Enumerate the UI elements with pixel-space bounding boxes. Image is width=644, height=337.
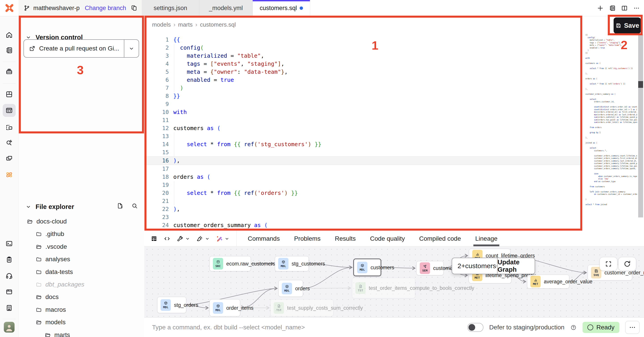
code-line-15[interactable]: 15 — [144, 148, 580, 156]
search-icon[interactable] — [131, 202, 138, 209]
terminal-icon[interactable] — [3, 237, 16, 250]
tree-item-.vscode[interactable]: .vscode — [18, 241, 144, 253]
panel-tab-code-quality[interactable]: Code quality — [370, 231, 405, 246]
lineage-node-tst1[interactable]: TSTtest_order_items_compute_to_bools_cor… — [352, 278, 415, 298]
code-area[interactable]: 1{{2 config(3 materialized = "table",4 t… — [144, 36, 580, 229]
tree-item-data-tests[interactable]: data-tests — [18, 266, 144, 278]
code-line-23[interactable]: 23 — [144, 213, 580, 221]
tree-item-marts[interactable]: marts — [18, 329, 144, 337]
tab-customers.sql[interactable]: customers.sql — [253, 0, 310, 16]
insights-icon[interactable] — [3, 136, 16, 149]
lineage-graph[interactable]: SRCecom.raw_customersMDLstg_customersMDL… — [144, 247, 644, 318]
command-input[interactable] — [152, 324, 467, 331]
code-line-14[interactable]: 14 select * from {{ ref('stg_customers')… — [144, 140, 580, 148]
tree-item-.github[interactable]: .github — [18, 228, 144, 240]
select-area-icon[interactable] — [3, 121, 16, 134]
create-pr-button-main[interactable]: Create a pull request on Gi... — [24, 40, 124, 57]
split-view-icon[interactable] — [621, 5, 628, 12]
breadcrumb-item[interactable]: customers.sql — [200, 21, 236, 28]
fullscreen-button[interactable] — [600, 257, 618, 271]
notebook-icon[interactable] — [3, 44, 16, 57]
code-tool-button[interactable] — [164, 235, 170, 242]
lineage-node-customers_mdl[interactable]: MDLcustomers — [353, 259, 381, 276]
atom-icon[interactable] — [3, 168, 16, 181]
code-line-16[interactable]: 16), — [144, 156, 580, 165]
wand-tool-button[interactable] — [216, 235, 230, 242]
tree-item-docs-cloud[interactable]: docs-cloud — [18, 215, 144, 228]
code-line-6[interactable]: 6 enabled = true — [144, 76, 580, 84]
inbox-icon[interactable] — [3, 65, 16, 78]
update-graph-button[interactable]: Update Graph — [497, 258, 535, 274]
tree-item-macros[interactable]: macros — [18, 304, 144, 316]
code-line-17[interactable]: 17 — [144, 165, 580, 173]
wrench-tool-button[interactable] — [176, 235, 190, 242]
minimap[interactable]: {{ config( materialized = "table", tags … — [586, 34, 637, 231]
save-button[interactable]: Save — [614, 17, 641, 33]
tree-item-docs[interactable]: docs — [18, 291, 144, 303]
tab-_models.yml[interactable]: _models.yml — [199, 0, 253, 16]
create-pr-button[interactable]: Create a pull request on Gi... — [24, 39, 139, 58]
windows-icon[interactable] — [3, 152, 16, 165]
defer-toggle[interactable] — [467, 323, 484, 332]
code-editor-icon[interactable] — [3, 104, 16, 117]
copy-branch-icon[interactable] — [130, 5, 137, 11]
scrollbar-thumb[interactable] — [638, 81, 643, 88]
breadcrumb-item[interactable]: marts — [178, 21, 193, 28]
code-line-13[interactable]: 13 — [144, 132, 580, 140]
headset-icon[interactable] — [3, 269, 16, 282]
code-line-10[interactable]: 10with — [144, 108, 580, 116]
tree-item-dbt_packages[interactable]: dbt_packages — [18, 278, 144, 291]
code-line-4[interactable]: 4 tags = ["events", "staging"], — [144, 60, 580, 68]
dbt-logo[interactable] — [0, 0, 18, 16]
create-pr-caret[interactable] — [124, 40, 139, 57]
editor-scrollbar[interactable] — [638, 35, 643, 217]
panel-tab-problems[interactable]: Problems — [294, 231, 320, 246]
code-line-21[interactable]: 21 — [144, 197, 580, 205]
lineage-node-average_order_value[interactable]: METaverage_order_value — [527, 275, 569, 289]
tree-item-models[interactable]: models — [18, 316, 144, 329]
code-line-8[interactable]: 8}} — [144, 92, 580, 100]
home-icon[interactable] — [3, 28, 16, 41]
lineage-node-raw_customers[interactable]: SRCecom.raw_customers — [210, 256, 251, 271]
panel-tab-compiled-code[interactable]: Compiled code — [419, 231, 461, 246]
grid-icon[interactable] — [3, 88, 16, 101]
code-line-11[interactable]: 11 — [144, 116, 580, 124]
panel-tab-lineage[interactable]: Lineage — [475, 231, 498, 246]
ellipsis-icon[interactable] — [633, 5, 640, 12]
code-line-12[interactable]: 12customers as ( — [144, 124, 580, 132]
broom-tool-button[interactable] — [196, 235, 210, 242]
building-icon[interactable] — [3, 302, 16, 315]
code-line-5[interactable]: 5 meta = {"owner": "data-team"}, — [144, 68, 580, 76]
tree-item-analyses[interactable]: analyses — [18, 253, 144, 266]
code-line-20[interactable]: 20 select * from {{ ref('orders') }} — [144, 189, 580, 197]
table-tool-button[interactable] — [150, 235, 158, 242]
browser-icon[interactable] — [3, 285, 16, 298]
more-options-button[interactable] — [625, 321, 640, 334]
lineage-node-tst2[interactable]: TSTtest_supply_costs_sum_correctly — [270, 299, 334, 317]
code-line-19[interactable]: 19 — [144, 181, 580, 189]
lineage-node-stg_orders[interactable]: MDLstg_orders — [157, 297, 186, 313]
code-line-24[interactable]: 24customer_orders_summary as ( — [144, 221, 580, 229]
user-avatar[interactable] — [4, 322, 14, 333]
panel-tab-commands[interactable]: Commands — [248, 231, 280, 246]
tab-settings.json[interactable]: settings.json — [142, 0, 199, 16]
code-line-9[interactable]: 9 — [144, 100, 580, 108]
help-icon[interactable] — [570, 324, 577, 331]
code-line-7[interactable]: 7 ) — [144, 84, 580, 92]
new-file-icon[interactable] — [116, 202, 124, 209]
panel-tab-results[interactable]: Results — [335, 231, 356, 246]
code-line-22[interactable]: 22), — [144, 205, 580, 213]
clipboard-icon[interactable] — [3, 253, 16, 266]
code-line-2[interactable]: 2 config( — [144, 44, 580, 52]
breadcrumb-item[interactable]: models — [152, 21, 171, 28]
code-line-3[interactable]: 3 materialized = "table", — [144, 52, 580, 60]
code-line-18[interactable]: 18orders as ( — [144, 173, 580, 181]
lineage-node-orders[interactable]: MDLorders — [278, 280, 303, 297]
plus-icon[interactable] — [597, 5, 604, 12]
change-branch-link[interactable]: Change branch — [85, 5, 126, 12]
code-line-1[interactable]: 1{{ — [144, 36, 580, 44]
refresh-graph-button[interactable] — [618, 257, 636, 271]
notebook-icon[interactable] — [609, 5, 616, 12]
lineage-node-order_items[interactable]: MDLorder_items — [210, 299, 240, 317]
lineage-node-stg_customers[interactable]: MDLstg_customers — [275, 256, 309, 271]
